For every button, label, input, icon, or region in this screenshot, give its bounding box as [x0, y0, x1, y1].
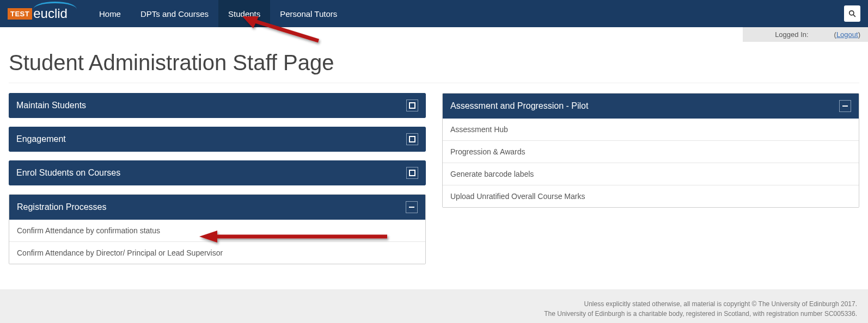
panel-columns: Maintain Students Engagement Enrol Stude… [9, 93, 859, 273]
nav-home[interactable]: Home [89, 0, 131, 27]
panel-enrol-students: Enrol Students on Courses [9, 160, 426, 185]
page-title: Student Administration Staff Page [9, 51, 859, 83]
nav-students[interactable]: Students [218, 0, 270, 27]
panel-header-maintain-students[interactable]: Maintain Students [9, 93, 426, 118]
panel-title: Registration Processes [17, 202, 107, 212]
link-assessment-hub[interactable]: Assessment Hub [443, 119, 859, 140]
login-status-bar: Logged In: (Logout) [743, 27, 868, 42]
panel-title: Maintain Students [16, 101, 86, 110]
main-content: Student Administration Staff Page Mainta… [0, 42, 868, 289]
panel-header-assessment-progression[interactable]: Assessment and Progression - Pilot [443, 94, 859, 119]
link-confirm-attendance-director[interactable]: Confirm Attendance by Director/ Principa… [9, 241, 425, 264]
panel-assessment-progression: Assessment and Progression - Pilot Asses… [442, 93, 859, 208]
footer-line-1: Unless explicitly stated otherwise, all … [11, 299, 857, 309]
right-column: Assessment and Progression - Pilot Asses… [442, 93, 859, 273]
svg-point-0 [849, 11, 854, 15]
expand-icon [406, 167, 418, 179]
footer-line-2: The University of Edinburgh is a charita… [11, 309, 857, 319]
panel-body: Confirm Attendance by confirmation statu… [9, 220, 425, 264]
logged-in-label: Logged In: [775, 30, 808, 39]
logo-text: euclid [33, 6, 68, 21]
link-confirm-attendance-status[interactable]: Confirm Attendance by confirmation statu… [9, 220, 425, 241]
logo[interactable]: TEST euclid [8, 6, 68, 21]
collapse-icon [406, 201, 418, 213]
panel-maintain-students: Maintain Students [9, 93, 426, 118]
search-icon [848, 10, 856, 17]
collapse-icon [839, 100, 851, 112]
main-nav: Home DPTs and Courses Students Personal … [89, 0, 347, 27]
nav-personal-tutors[interactable]: Personal Tutors [270, 0, 347, 27]
link-upload-marks[interactable]: Upload Unratified Overall Course Marks [443, 185, 859, 207]
panel-header-engagement[interactable]: Engagement [9, 127, 426, 152]
panel-header-registration-processes[interactable]: Registration Processes [9, 195, 425, 220]
left-column: Maintain Students Engagement Enrol Stude… [9, 93, 426, 273]
top-nav-bar: TEST euclid Home DPTs and Courses Studen… [0, 0, 868, 27]
panel-title: Assessment and Progression - Pilot [450, 101, 588, 111]
logout-link[interactable]: Logout [836, 30, 858, 39]
nav-dpts-courses[interactable]: DPTs and Courses [131, 0, 218, 27]
logo-arc-icon [33, 2, 77, 9]
expand-icon [406, 100, 418, 111]
panel-header-enrol-students[interactable]: Enrol Students on Courses [9, 160, 426, 185]
link-generate-barcode[interactable]: Generate barcode labels [443, 163, 859, 185]
svg-line-1 [853, 15, 855, 17]
panel-title: Enrol Students on Courses [16, 168, 120, 178]
panel-engagement: Engagement [9, 127, 426, 152]
expand-icon [406, 133, 418, 145]
search-button[interactable] [844, 5, 860, 22]
link-progression-awards[interactable]: Progression & Awards [443, 140, 859, 163]
panel-title: Engagement [16, 134, 66, 144]
logo-test-badge: TEST [8, 8, 32, 20]
panel-registration-processes: Registration Processes Confirm Attendanc… [9, 194, 426, 264]
panel-body: Assessment Hub Progression & Awards Gene… [443, 119, 859, 207]
footer: Unless explicitly stated otherwise, all … [0, 289, 868, 323]
